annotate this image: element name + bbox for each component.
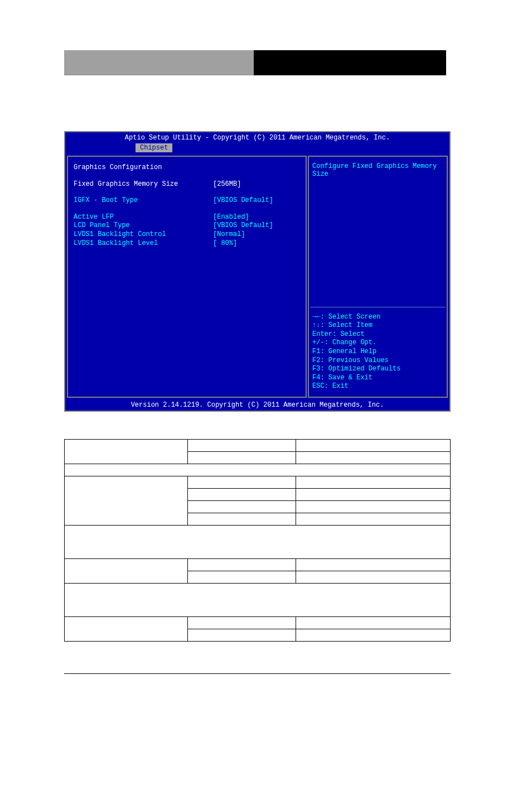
key-select-item: ↑↓: Select Item	[312, 321, 443, 330]
table-row	[65, 464, 451, 476]
key-save-exit: F4: Save & Exit	[312, 374, 443, 383]
bios-title: Aptio Setup Utility - Copyright (C) 2011…	[65, 132, 449, 142]
setting-value: [Enabled]	[213, 213, 249, 222]
key-change-opt: +/-: Change Opt.	[312, 339, 443, 348]
setting-value: [VBIOS Default]	[213, 196, 273, 205]
setting-label: LVDS1 Backlight Control	[74, 230, 213, 239]
table-row	[65, 526, 451, 559]
setting-fixed-graphics-memory[interactable]: Fixed Graphics Memory Size [256MB]	[74, 180, 300, 189]
setting-label: IGFX - Boot Type	[74, 196, 213, 205]
setting-value: [VBIOS Default]	[213, 221, 273, 230]
bios-body: Graphics Configuration Fixed Graphics Me…	[65, 154, 449, 399]
setting-lvds1-backlight-level[interactable]: LVDS1 Backlight Level [ 80%]	[74, 239, 300, 248]
bios-key-legend: →←: Select Screen ↑↓: Select Item Enter:…	[309, 307, 447, 397]
setting-value: [Normal]	[213, 230, 245, 239]
header-right-panel	[254, 50, 446, 75]
header-left-panel	[64, 50, 254, 75]
bios-window: Aptio Setup Utility - Copyright (C) 2011…	[64, 131, 451, 412]
page-header	[64, 50, 446, 75]
setting-active-lfp[interactable]: Active LFP [Enabled]	[74, 213, 300, 222]
table-row	[65, 617, 451, 629]
bios-help-panel: Configure Fixed Graphics Memory Size →←:…	[308, 156, 448, 398]
setting-value: [ 80%]	[213, 239, 237, 248]
setting-label: Active LFP	[74, 213, 213, 222]
table-row	[65, 584, 451, 617]
section-title: Graphics Configuration	[74, 163, 213, 172]
key-general-help: F1: General Help	[312, 348, 443, 356]
key-previous-values: F2: Previous Values	[312, 356, 443, 365]
table-row	[65, 440, 451, 452]
setting-lvds1-backlight-control[interactable]: LVDS1 Backlight Control [Normal]	[74, 230, 300, 239]
page-footer-line	[64, 673, 451, 674]
setting-value: [256MB]	[213, 180, 241, 189]
tab-chipset[interactable]: Chipset	[135, 143, 173, 153]
bios-tab-row: Chipset	[65, 142, 449, 154]
settings-description-table	[64, 439, 451, 642]
key-exit: ESC: Exit	[312, 382, 443, 391]
setting-label: Fixed Graphics Memory Size	[74, 180, 213, 189]
setting-lcd-panel-type[interactable]: LCD Panel Type [VBIOS Default]	[74, 221, 300, 230]
setting-label: LCD Panel Type	[74, 221, 213, 230]
key-enter-select: Enter: Select	[312, 330, 443, 339]
key-optimized-defaults: F3: Optimized Defaults	[312, 365, 443, 374]
setting-igfx-boot-type[interactable]: IGFX - Boot Type [VBIOS Default]	[74, 196, 300, 205]
setting-label: LVDS1 Backlight Level	[74, 239, 213, 248]
table-row	[65, 476, 451, 489]
bios-help-text: Configure Fixed Graphics Memory Size	[309, 157, 447, 307]
bios-footer: Version 2.14.1219. Copyright (C) 2011 Am…	[65, 399, 449, 411]
table-row	[65, 559, 451, 571]
bios-settings-panel: Graphics Configuration Fixed Graphics Me…	[67, 156, 307, 398]
key-select-screen: →←: Select Screen	[312, 313, 443, 322]
